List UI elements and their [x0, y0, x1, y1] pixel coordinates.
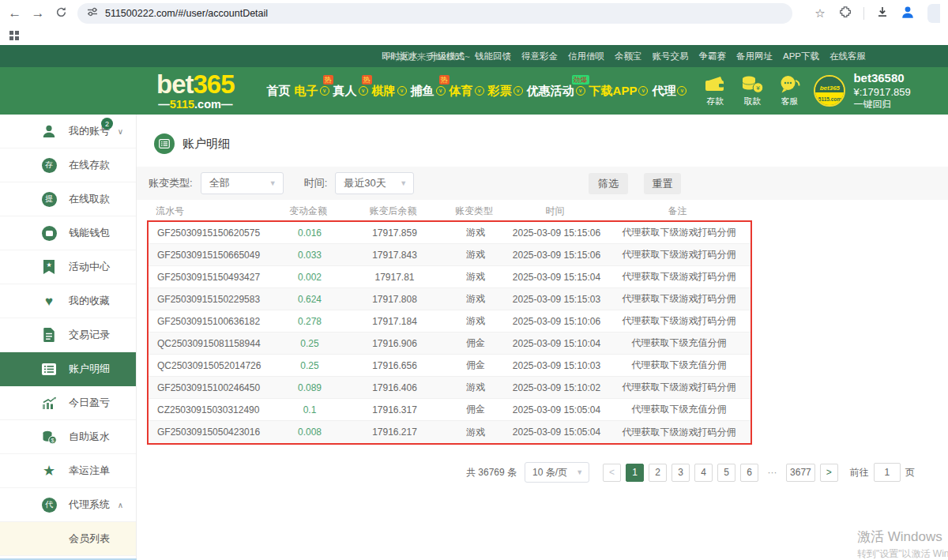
- sidebar-item-8[interactable]: 今日盈亏: [0, 386, 136, 420]
- back-icon[interactable]: ←: [8, 6, 21, 20]
- topbar-link-7[interactable]: 争霸赛: [698, 51, 726, 62]
- page-button-5[interactable]: 5: [717, 464, 735, 482]
- time-filter-select[interactable]: 最近30天▼: [335, 172, 414, 194]
- sidebar-item-12[interactable]: 会员列表: [0, 522, 136, 556]
- apps-grid-icon[interactable]: [9, 31, 19, 40]
- browser-menu-partial[interactable]: [927, 4, 940, 23]
- total-count: 共 36769 条: [466, 466, 517, 479]
- sidebar-item-10[interactable]: ★幸运注单: [0, 454, 136, 488]
- cell-type: 游戏: [444, 248, 507, 261]
- cell-remark: 代理获取下级游戏打码分佣: [606, 248, 752, 261]
- quick-action-2[interactable]: 客服: [774, 74, 804, 107]
- wallet-icon: [41, 225, 57, 241]
- time-filter-label: 时间:: [304, 176, 328, 190]
- quick-action-1[interactable]: ¥取款: [737, 74, 767, 107]
- topbar-link-10[interactable]: 在线客服: [830, 51, 866, 62]
- cell-time: 2025-03-09 15:05:04: [507, 427, 606, 438]
- filter-button[interactable]: 筛选: [589, 173, 628, 194]
- cell-amount: 0.25: [274, 338, 345, 349]
- topbar-link-5[interactable]: 余额宝: [615, 51, 642, 62]
- nav-item-4[interactable]: 捕鱼∨热: [410, 82, 446, 100]
- detail-icon: [41, 361, 57, 377]
- nav-item-8[interactable]: 下载APP∨: [589, 82, 649, 100]
- topbar-link-0[interactable]: 即时返水: [382, 51, 418, 62]
- pagination: 共 36769 条 10 条/页▼ < 123456···3677 > 前往 1…: [466, 462, 948, 483]
- page-button-3677[interactable]: 3677: [786, 464, 815, 482]
- sidebar-item-4[interactable]: ★活动中心: [0, 250, 136, 284]
- sidebar-item-label: 我的收藏: [69, 294, 110, 308]
- sidebar-item-7[interactable]: 账户明细: [0, 352, 136, 386]
- url-text[interactable]: 511500222.com/#/user/accountDetail: [105, 8, 268, 19]
- cell-time: 2025-03-09 15:10:02: [507, 382, 606, 393]
- toolbar-divider: [863, 7, 864, 20]
- profile-avatar-icon[interactable]: [901, 5, 915, 21]
- table-row: GF250309151506205750.01617917.859游戏2025-…: [149, 222, 750, 244]
- chevron-down-icon: ∨: [638, 86, 648, 96]
- chevron-down-icon: ∨: [397, 86, 407, 96]
- forward-icon[interactable]: →: [31, 6, 44, 20]
- chevron-down-icon: ▼: [576, 468, 583, 476]
- sidebar-item-5[interactable]: ♥我的收藏: [0, 284, 136, 318]
- site-logo[interactable]: bet365 —5115.com—: [156, 71, 235, 111]
- topbar-link-3[interactable]: 得意彩金: [521, 51, 558, 62]
- sidebar-item-3[interactable]: 钱能钱包: [0, 216, 136, 250]
- chevron-down-icon: ▼: [400, 179, 407, 187]
- cell-time: 2025-03-09 15:10:06: [507, 316, 606, 327]
- cell-type: 游戏: [444, 226, 507, 239]
- service-chat-icon: [774, 74, 804, 93]
- site-settings-icon[interactable]: [87, 6, 98, 21]
- reload-icon[interactable]: [55, 6, 68, 21]
- nav-item-1[interactable]: 电子∨热: [294, 82, 330, 100]
- sidebar-item-9[interactable]: $自助返水: [0, 420, 136, 454]
- topbar-links: 即时返水升级模式钱能回馈得意彩金信用借呗余额宝账号交易争霸赛备用网址APP下载在…: [382, 51, 866, 62]
- page-button-3[interactable]: 3: [672, 464, 690, 482]
- goto-label: 前往: [850, 466, 869, 479]
- page-button-6[interactable]: 6: [740, 464, 758, 482]
- deposit-card-icon: [700, 74, 730, 93]
- page-button-4[interactable]: 4: [694, 464, 713, 482]
- sidebar-item-label: 钱能钱包: [69, 226, 110, 240]
- goto-page-input[interactable]: 1: [874, 463, 901, 482]
- count-badge: 2: [101, 118, 113, 130]
- svg-text:¥: ¥: [755, 85, 760, 92]
- downloads-icon[interactable]: [875, 6, 890, 21]
- type-filter-select[interactable]: 全部▼: [201, 172, 284, 194]
- quick-action-0[interactable]: 存款: [700, 74, 730, 107]
- topbar-link-9[interactable]: APP下载: [783, 51, 819, 62]
- sidebar-item-2[interactable]: 提在线取款: [0, 182, 136, 216]
- prev-page-button[interactable]: <: [603, 464, 621, 482]
- page-button-1[interactable]: 1: [626, 464, 644, 482]
- cell-serial: CZ25030915030312490: [149, 404, 274, 415]
- nav-item-6[interactable]: 彩票∨: [487, 82, 524, 100]
- sidebar-item-6[interactable]: 交易记录: [0, 318, 136, 352]
- extensions-icon[interactable]: [838, 6, 852, 21]
- nav-item-5[interactable]: 体育∨: [449, 82, 485, 100]
- page-ellipsis: ···: [763, 464, 781, 482]
- cell-amount: 0.033: [274, 250, 345, 261]
- topbar-link-6[interactable]: 账号交易: [652, 51, 688, 62]
- address-bar[interactable]: 511500222.com/#/user/accountDetail: [77, 3, 792, 24]
- nav-item-9[interactable]: 代理∨: [651, 82, 687, 100]
- nav-item-3[interactable]: 棋牌∨: [371, 82, 408, 100]
- cell-serial: GF25030915150229583: [149, 294, 274, 305]
- topbar-link-1[interactable]: 升级模式: [428, 51, 465, 62]
- page-button-2[interactable]: 2: [649, 464, 667, 482]
- nav-item-7[interactable]: 优惠活动∨劲爆: [526, 82, 586, 100]
- topbar-link-4[interactable]: 信用借呗: [568, 51, 604, 62]
- next-page-button[interactable]: >: [820, 464, 838, 482]
- page-size-select[interactable]: 10 条/页▼: [525, 462, 589, 483]
- quick-action-label: 存款: [706, 96, 724, 106]
- bookmark-star-icon[interactable]: ☆: [813, 7, 827, 19]
- sidebar-item-11[interactable]: 代代理系统∧: [0, 488, 136, 522]
- topbar-link-2[interactable]: 钱能回馈: [475, 51, 511, 62]
- restore-balance-button[interactable]: 一键回归: [853, 99, 910, 111]
- sidebar-item-1[interactable]: 存在线存款: [0, 148, 136, 182]
- topbar-link-8[interactable]: 备用网址: [736, 51, 773, 62]
- type-filter-label: 账变类型:: [149, 176, 193, 190]
- chevron-down-icon: ∨: [514, 86, 523, 96]
- nav-item-2[interactable]: 真人∨热: [333, 82, 369, 100]
- sidebar-item-0[interactable]: 我的账号2∨: [0, 115, 136, 148]
- nav-item-0[interactable]: 首页: [266, 82, 292, 100]
- reset-button[interactable]: 重置: [644, 173, 681, 194]
- nav-item-label: 代理: [652, 84, 675, 99]
